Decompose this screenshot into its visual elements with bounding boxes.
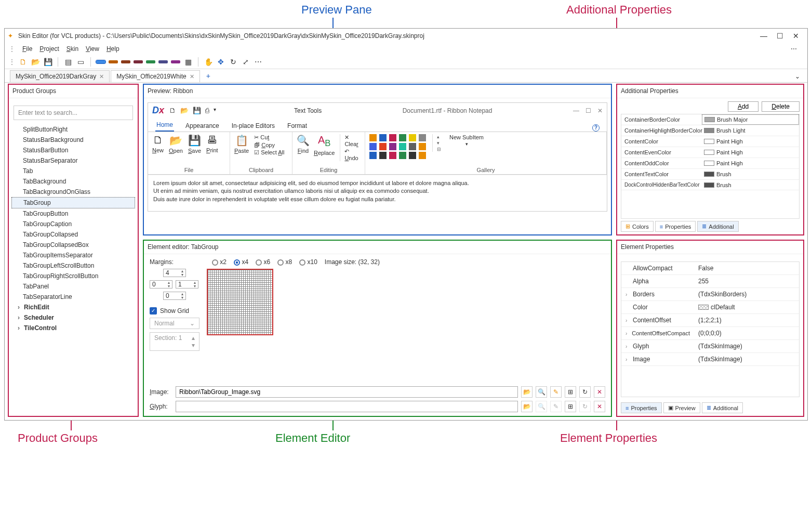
- ribbon-tab[interactable]: Appearance: [184, 120, 220, 132]
- tree-item[interactable]: TabSeparatorLine: [8, 292, 138, 302]
- product-groups-tree[interactable]: SplitButtonRight StatusBarBackground Sta…: [8, 122, 138, 416]
- doc-tab[interactable]: MySkin_Office2019DarkGray✕: [10, 70, 110, 82]
- tree-item[interactable]: TabGroupRightScrollButton: [8, 271, 138, 281]
- context-tab[interactable]: Text Tools: [294, 107, 322, 114]
- zoom-x2-radio[interactable]: [212, 259, 218, 266]
- tabs-dropdown-icon[interactable]: ⌄: [788, 71, 807, 82]
- close-tab-icon[interactable]: ✕: [99, 73, 104, 80]
- property-grid[interactable]: AllowCompactFalse Alpha255 ›Borders(TdxS…: [621, 261, 800, 397]
- refresh-icon[interactable]: ↻: [579, 401, 591, 412]
- margin-top-input[interactable]: 4▴▾: [163, 269, 186, 277]
- close-button[interactable]: ✕: [793, 32, 799, 40]
- tab-properties[interactable]: ≡Properties: [621, 402, 662, 413]
- ribbon-max-icon[interactable]: ☐: [585, 107, 591, 114]
- color-swatch[interactable]: [96, 60, 105, 63]
- new-file-icon[interactable]: 🗋: [18, 57, 28, 67]
- edit-glyph-icon[interactable]: ✎: [550, 401, 562, 412]
- tab-additional[interactable]: ≣Additional: [697, 221, 738, 232]
- ribbon-undo-button[interactable]: ↶ Undo: [344, 148, 361, 161]
- tree-item[interactable]: TabGroupCollapsed: [8, 229, 138, 240]
- menu-skin[interactable]: Skin: [66, 45, 78, 53]
- zoom-x8-radio[interactable]: [277, 259, 284, 266]
- ribbon-tab[interactable]: Format: [286, 120, 308, 132]
- tree-item[interactable]: TabGroupItemsSeparator: [8, 250, 138, 260]
- tree-item[interactable]: TabGroupCollapsedBox: [8, 240, 138, 250]
- qat-open-icon[interactable]: 📂: [180, 107, 189, 114]
- layout-icon[interactable]: ▭: [76, 57, 85, 67]
- refresh-icon[interactable]: ↻: [229, 57, 238, 67]
- tab-colors[interactable]: ⊞Colors: [621, 221, 654, 232]
- ribbon-min-icon[interactable]: —: [573, 107, 579, 114]
- color-swatch[interactable]: [171, 60, 180, 63]
- doc-tab[interactable]: MySkin_Office2019White✕: [111, 70, 200, 82]
- margin-right-input[interactable]: 1▴▾: [176, 280, 198, 289]
- tree-parent[interactable]: TileControl: [8, 323, 138, 333]
- tree-item[interactable]: Tab: [8, 166, 138, 176]
- search-input[interactable]: Enter text to search...: [14, 106, 133, 120]
- tree-item[interactable]: TabGroupButton: [8, 208, 138, 219]
- expand-icon[interactable]: ⤢: [241, 57, 250, 67]
- ribbon-cut-button[interactable]: ✂ Cut: [254, 134, 284, 141]
- tree-parent[interactable]: Scheduler: [8, 312, 138, 323]
- menu-project[interactable]: Project: [39, 45, 59, 53]
- margin-left-input[interactable]: 0▴▾: [150, 280, 172, 289]
- qat-dropdown-icon[interactable]: ▾: [214, 107, 216, 114]
- tree-item[interactable]: TabBackground: [8, 176, 138, 187]
- ribbon-paste-button[interactable]: 📋Paste: [234, 134, 249, 154]
- qat-saveas-icon[interactable]: ⎙: [205, 107, 209, 114]
- properties-icon[interactable]: ▤: [63, 57, 73, 67]
- ribbon-new-button[interactable]: 🗋New: [152, 134, 164, 153]
- state-combo[interactable]: Normal⌄: [150, 318, 199, 329]
- help-icon[interactable]: ?: [592, 124, 600, 132]
- tab-properties[interactable]: ≡Properties: [655, 221, 696, 232]
- qat-save-icon[interactable]: 💾: [193, 107, 201, 114]
- image-path-input[interactable]: [176, 386, 518, 398]
- ribbon-tab[interactable]: In-place Editors: [231, 120, 276, 132]
- tree-item[interactable]: StatusBarBackground: [8, 135, 138, 145]
- zoom-x6-radio[interactable]: [256, 259, 262, 266]
- add-button[interactable]: Add: [728, 101, 758, 112]
- delete-button[interactable]: Delete: [762, 101, 800, 112]
- additional-props-list[interactable]: ContainerBorderColorBrush Major Containe…: [621, 114, 800, 219]
- qat-new-icon[interactable]: 🗋: [169, 107, 176, 114]
- delete-image-icon[interactable]: ✕: [594, 386, 605, 398]
- menu-overflow[interactable]: ⋯: [791, 45, 803, 53]
- show-grid-checkbox[interactable]: ✓: [150, 307, 157, 315]
- menu-view[interactable]: View: [86, 45, 99, 53]
- tree-item[interactable]: TabGroupCaption: [8, 219, 138, 229]
- binoculars-icon[interactable]: 🔍: [536, 386, 547, 398]
- image-grid-preview[interactable]: [207, 269, 273, 335]
- color-swatch[interactable]: [158, 60, 168, 63]
- ribbon-close-icon[interactable]: ✕: [597, 107, 603, 114]
- gallery-swatches[interactable]: [369, 134, 427, 159]
- section-combo[interactable]: Section: 1▴▾: [150, 332, 199, 351]
- browse-image-icon[interactable]: 📂: [521, 386, 533, 398]
- ribbon-save-button[interactable]: 💾Save: [188, 134, 201, 154]
- menu-help[interactable]: Help: [107, 45, 119, 53]
- margin-bottom-input[interactable]: 0▴▾: [163, 292, 186, 300]
- color-swatch[interactable]: [146, 60, 155, 63]
- color-swatch[interactable]: [121, 60, 130, 63]
- glyph-path-input[interactable]: [176, 401, 518, 412]
- menu-file[interactable]: File: [22, 45, 32, 53]
- tree-item[interactable]: StatusBarSeparator: [8, 155, 138, 166]
- maximize-button[interactable]: ☐: [777, 32, 783, 40]
- binoculars-icon[interactable]: 🔍: [536, 401, 547, 412]
- save-icon[interactable]: 💾: [43, 57, 52, 67]
- tree-item[interactable]: StatusBarButton: [8, 145, 138, 155]
- ribbon-tab-home[interactable]: Home: [155, 119, 174, 132]
- palette-icon[interactable]: ⊞: [565, 401, 576, 412]
- color-palette-icon[interactable]: ▦: [183, 57, 193, 67]
- close-tab-icon[interactable]: ✕: [190, 73, 194, 80]
- tree-item[interactable]: TabBackgroundOnGlass: [8, 187, 138, 197]
- zoom-x10-radio[interactable]: [299, 259, 305, 266]
- ribbon-selectall-button[interactable]: ☑ Select All: [254, 149, 284, 156]
- tab-preview[interactable]: ▣Preview: [663, 402, 700, 413]
- ribbon-open-button[interactable]: 📂Open: [169, 134, 183, 154]
- hand-icon[interactable]: ✋: [204, 57, 213, 67]
- tree-parent[interactable]: RichEdit: [8, 302, 138, 312]
- tree-item[interactable]: TabPanel: [8, 281, 138, 292]
- ribbon-replace-button[interactable]: ABReplace: [314, 134, 335, 156]
- ribbon-copy-button[interactable]: 🗐 Copy: [254, 142, 284, 148]
- edit-image-icon[interactable]: ✎: [550, 386, 562, 398]
